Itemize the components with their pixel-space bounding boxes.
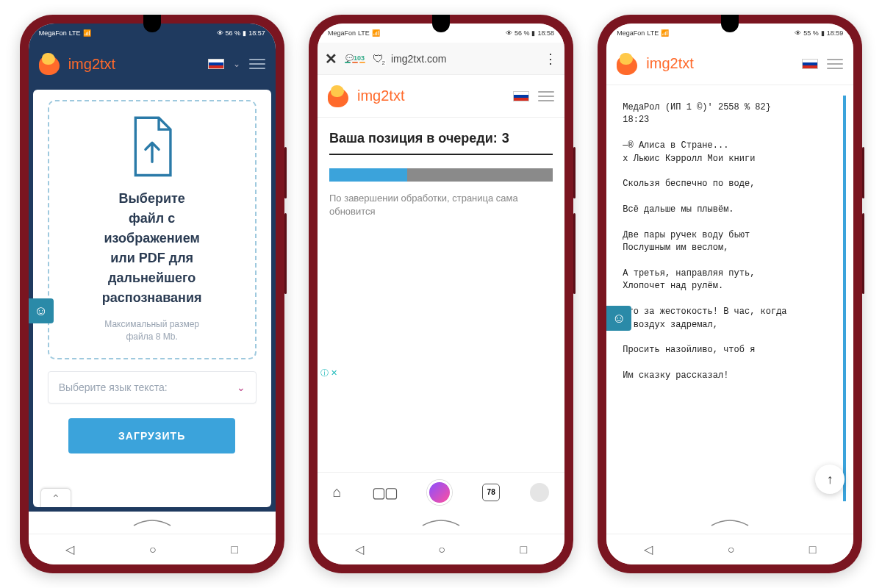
browser-bottom-nav: ⌂ ▢▢ 78 [318,472,564,512]
menu-button[interactable] [249,59,265,69]
battery-icon: ▮ [531,29,535,37]
logo-text: img2txt [68,56,115,73]
lte-icon: LTE [647,29,659,37]
home-indicator [318,512,564,534]
ocr-result-text[interactable]: МедаРол (ИП 1 ©)' 2558 % 82} 18:23 —® Ал… [623,96,846,501]
home-indicator [29,512,276,534]
back-button[interactable]: ◁ [355,542,364,556]
language-placeholder: Выберите язык текста: [59,381,168,393]
upload-subtitle: Максимальный размер файла 8 Mb. [104,318,199,343]
queue-note: По завершении обработки, страница сама о… [329,192,553,218]
home-button[interactable]: ○ [149,543,157,556]
alice-button[interactable] [427,480,452,505]
system-nav: ◁ ○ □ [606,534,853,564]
recents-button[interactable]: □ [520,543,528,556]
progress-fill [329,168,407,182]
clock-label: 18:57 [248,29,265,37]
logo[interactable]: img2txt [617,53,693,75]
tabs-button[interactable]: 78 [482,484,500,501]
home-indicator [606,512,853,534]
carrier-label: MegaFon [39,29,67,37]
back-button[interactable]: ◁ [65,542,74,556]
recents-button[interactable]: □ [809,543,817,556]
apps-icon[interactable]: ▢▢ [372,484,397,501]
language-flag[interactable] [802,59,818,69]
clock-label: 18:59 [827,29,844,37]
home-button[interactable]: ○ [728,543,735,556]
notch [721,15,739,32]
logo[interactable]: img2txt [39,53,115,75]
language-flag[interactable] [513,91,529,101]
chat-widget[interactable]: ☺ [606,306,631,331]
shield-icon[interactable]: 🛡2 [373,52,384,65]
eye-icon: 👁 [795,29,801,37]
signal-icon: 📶 [661,29,669,37]
browser-toolbar: ✕ 💬103 🛡2 img2txt.com ⋮ [318,43,564,75]
battery-icon: ▮ [821,29,825,37]
app-header: img2txt [318,75,564,118]
upload-title: Выберите файл с изображением или PDF для… [102,189,202,308]
upload-dropzone[interactable]: Выберите файл с изображением или PDF для… [48,100,257,359]
logo-icon [328,85,353,107]
logo-text: img2txt [646,55,693,72]
recents-button[interactable]: □ [231,543,238,556]
logo-icon [617,53,642,75]
app-header: img2txt [606,43,853,85]
carrier-label: MegaFon [328,29,356,37]
lte-icon: LTE [358,29,370,37]
menu-button[interactable] [538,91,554,101]
logo-icon [39,53,64,75]
menu-button[interactable] [827,59,843,69]
system-nav: ◁ ○ □ [29,534,276,564]
back-button[interactable]: ◁ [644,542,653,556]
battery-icon: ▮ [243,29,246,37]
phone-2: MegaFon LTE 📶 👁 56 % ▮ 18:58 ✕ 💬103 🛡2 i… [309,15,573,573]
phone-1: MegaFon LTE 📶 👁 56 % ▮ 18:57 img2txt ⌄ [20,15,284,573]
clock-label: 18:58 [537,29,554,37]
notch [432,15,450,32]
kebab-menu-icon[interactable]: ⋮ [544,51,557,67]
eye-icon: 👁 [217,29,223,37]
logo-text: img2txt [357,87,404,104]
app-header: img2txt ⌄ [29,43,276,85]
chevron-down-icon: ⌄ [237,381,245,393]
queue-title: Ваша позиция в очереди: [329,131,498,146]
home-button[interactable]: ○ [438,543,445,556]
comments-indicator[interactable]: 💬103 [345,54,365,63]
signal-icon: 📶 [372,29,380,37]
queue-position: 3 [502,131,509,146]
chat-widget[interactable]: ☺ [29,298,54,323]
upload-button[interactable]: ЗАГРУЗИТЬ [68,418,235,453]
notch [143,15,161,32]
system-nav: ◁ ○ □ [318,534,564,564]
home-icon[interactable]: ⌂ [333,484,342,501]
lte-icon: LTE [69,29,81,37]
profile-avatar[interactable] [530,483,549,502]
eye-icon: 👁 [506,29,512,37]
logo[interactable]: img2txt [328,85,404,107]
phone-3: MegaFon LTE 📶 👁 55 % ▮ 18:59 img2txt ☺ [598,15,862,573]
close-icon[interactable]: ✕ [325,50,337,68]
battery-label: 56 % [226,29,241,37]
progress-bar [329,168,553,182]
collapse-tab[interactable]: ⌃ [40,488,71,507]
language-flag[interactable] [208,59,224,69]
chevron-down-icon[interactable]: ⌄ [233,59,240,69]
upload-file-icon [126,116,178,179]
language-select[interactable]: Выберите язык текста: ⌄ [48,371,257,404]
url-label[interactable]: img2txt.com [391,53,537,65]
signal-icon: 📶 [83,29,91,37]
carrier-label: MegaFon [617,29,645,37]
battery-label: 55 % [803,29,819,37]
battery-label: 56 % [514,29,530,37]
ad-close-icon[interactable]: ⓘ ✕ [320,368,337,379]
